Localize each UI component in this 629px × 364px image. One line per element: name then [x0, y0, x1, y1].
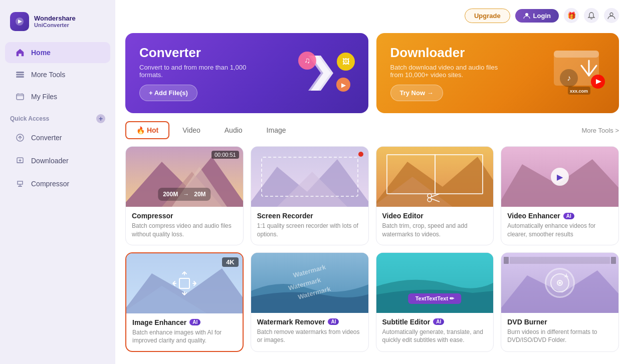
svg-point-7	[525, 13, 528, 16]
converter-banner: Converter Convert to and from more than …	[125, 33, 368, 113]
dvd-disc-icon	[545, 268, 575, 298]
tab-image[interactable]: Image	[256, 121, 297, 139]
tool-info-dvd-burner: DVD Burner Burn videos in different form…	[501, 313, 618, 351]
tool-card-video-editor[interactable]: Video Editor Batch trim, crop, speed and…	[376, 146, 494, 245]
ai-badge-image-enhancer: AI	[189, 319, 200, 325]
svg-point-8	[610, 13, 613, 16]
svg-rect-4	[17, 94, 24, 100]
sidebar-item-more-tools[interactable]: More Tools	[5, 64, 110, 85]
gift-button[interactable]: 🎁	[564, 8, 579, 23]
svg-text:🖼: 🖼	[342, 58, 349, 66]
trim-line	[435, 154, 436, 194]
tab-hot[interactable]: 🔥 Hot	[125, 121, 169, 139]
topbar: Upgrade Login 🎁	[125, 8, 619, 23]
enhance-arrows-overlay	[172, 271, 197, 296]
compress-ratio: 200M → 20M	[158, 188, 211, 201]
tab-video[interactable]: Video	[171, 121, 212, 139]
converter-banner-desc: Convert to and from more than 1,000 form…	[139, 64, 250, 79]
app-logo	[10, 12, 29, 31]
tool-thumb-screen-recorder	[251, 147, 368, 207]
tool-card-watermark-remover[interactable]: Watermark Watermark Watermark Watermark …	[251, 252, 369, 352]
downloader-banner-desc: Batch download video and audio files fro…	[390, 64, 501, 79]
tool-thumb-video-enhancer: ▶	[501, 147, 618, 207]
tool-thumb-dvd-burner	[501, 253, 618, 313]
tool-info-video-enhancer: Video Enhancer AI Automatically enhance …	[501, 207, 618, 245]
tools-grid: 00:00:51 200M → 20M Compressor Batch com…	[125, 146, 619, 352]
hero-banners: Converter Convert to and from more than …	[125, 33, 619, 113]
svg-rect-42	[179, 278, 189, 288]
downloader-icon	[15, 156, 25, 166]
tool-thumb-image-enhancer: 4K	[126, 253, 243, 313]
home-icon	[15, 48, 25, 58]
notifications-button[interactable]	[584, 8, 599, 23]
sidebar-item-compressor[interactable]: Compressor	[5, 173, 110, 194]
tool-card-subtitle-editor[interactable]: TextTextText ✏ Subtitle Editor AI Automa…	[376, 252, 494, 352]
tab-audio[interactable]: Audio	[214, 121, 254, 139]
tool-section: 🔥 Hot Video Audio Image More Tools >	[125, 121, 619, 356]
tool-info-image-enhancer: Image Enhancer AI Batch enhance images w…	[126, 313, 243, 351]
tool-thumb-subtitle-editor: TextTextText ✏	[376, 253, 494, 313]
svg-line-36	[432, 199, 440, 202]
tool-info-screen-recorder: Screen Recorder 1:1 quality screen recor…	[251, 207, 368, 245]
tool-card-dvd-burner[interactable]: DVD Burner Burn videos in different form…	[501, 252, 619, 352]
main-nav: Home More Tools M	[0, 41, 115, 108]
svg-rect-1	[16, 72, 24, 73]
upgrade-button[interactable]: Upgrade	[465, 9, 510, 23]
rec-frame	[261, 157, 358, 197]
svg-text:▶: ▶	[341, 82, 346, 89]
scissors-icon	[427, 193, 442, 203]
rec-dot	[358, 152, 363, 157]
tool-info-subtitle-editor: Subtitle Editor AI Automatically generat…	[376, 313, 494, 351]
ai-badge-watermark: AI	[328, 318, 339, 325]
svg-line-35	[432, 194, 440, 197]
downloader-try-now-button[interactable]: Try Now →	[390, 85, 443, 101]
converter-illustration: ♫ 🖼 ▶	[293, 46, 358, 101]
downloader-illustration: ♪ xxx.com	[544, 46, 609, 101]
sidebar-item-home[interactable]: Home	[5, 42, 110, 63]
tools-icon	[15, 70, 25, 80]
sidebar-item-converter[interactable]: Converter	[5, 127, 110, 148]
svg-text:♫: ♫	[304, 56, 310, 65]
logo-area: Wondershare UniConverter	[0, 8, 115, 41]
downloader-banner: Downloader Batch download video and audi…	[376, 33, 619, 113]
converter-add-files-button[interactable]: + Add File(s)	[139, 85, 197, 101]
tool-thumb-video-editor	[376, 147, 494, 207]
tool-card-screen-recorder[interactable]: Screen Recorder 1:1 quality screen recor…	[251, 146, 369, 245]
subtitle-bar: TextTextText ✏	[408, 293, 461, 304]
tabs-row: 🔥 Hot Video Audio Image More Tools >	[125, 121, 619, 139]
svg-point-33	[428, 194, 432, 198]
tool-card-image-enhancer[interactable]: 4K Image E	[125, 252, 244, 352]
svg-point-34	[428, 198, 432, 202]
svg-rect-2	[16, 74, 24, 76]
files-icon	[15, 92, 25, 102]
tool-card-compressor[interactable]: 00:00:51 200M → 20M Compressor Batch com…	[125, 146, 244, 245]
watermark-overlay: Watermark Watermark Watermark	[251, 253, 368, 313]
resolution-badge: 4K	[222, 257, 239, 267]
main-content: Upgrade Login 🎁 Converter Convert to and…	[115, 0, 629, 364]
tool-info-watermark-remover: Watermark Remover AI Batch remove waterm…	[251, 313, 368, 351]
film-strip	[504, 255, 616, 265]
play-button-overlay: ▶	[551, 168, 569, 186]
app-name: Wondershare UniConverter	[34, 15, 76, 29]
quick-access-header: Quick Access +	[0, 108, 115, 126]
tool-thumb-compressor: 00:00:51 200M → 20M	[126, 147, 243, 207]
sidebar: Wondershare UniConverter Home More To	[0, 0, 115, 364]
more-tools-link[interactable]: More Tools >	[581, 127, 619, 134]
compressor-timestamp: 00:00:51	[212, 151, 239, 159]
tool-info-compressor: Compressor Batch compress video and audi…	[126, 207, 243, 245]
ai-badge-video-enhancer: AI	[563, 213, 574, 219]
tool-info-video-editor: Video Editor Batch trim, crop, speed and…	[376, 207, 494, 245]
user-avatar-button[interactable]	[604, 8, 619, 23]
login-button[interactable]: Login	[515, 9, 559, 23]
svg-text:♪: ♪	[567, 74, 571, 82]
sidebar-item-my-files[interactable]: My Files	[5, 86, 110, 107]
svg-text:xxx.com: xxx.com	[570, 89, 588, 94]
tool-card-video-enhancer[interactable]: ▶ Video Enhancer AI Automatically enhanc…	[501, 146, 619, 245]
svg-point-49	[559, 282, 561, 284]
ai-badge-subtitle: AI	[433, 318, 444, 325]
sidebar-item-downloader[interactable]: Downloader	[5, 150, 110, 171]
svg-rect-3	[16, 76, 24, 78]
compressor-icon	[15, 179, 25, 189]
add-quick-access-button[interactable]: +	[96, 114, 105, 123]
converter-icon	[15, 133, 25, 143]
